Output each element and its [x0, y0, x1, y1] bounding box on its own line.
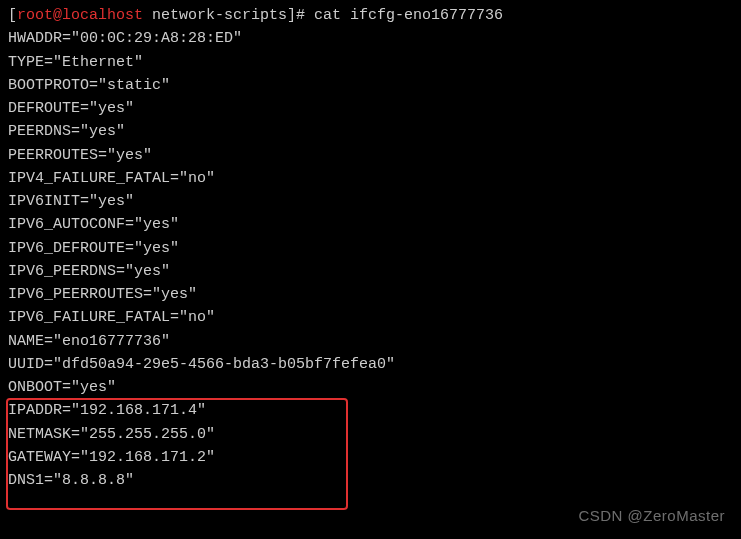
config-line: IPV6_FAILURE_FATAL="no": [8, 306, 733, 329]
config-line: IPV4_FAILURE_FATAL="no": [8, 167, 733, 190]
prompt-user-host: root@localhost: [17, 7, 143, 24]
bracket-open: [: [8, 7, 17, 24]
config-line: IPV6_AUTOCONF="yes": [8, 213, 733, 236]
config-line: PEERDNS="yes": [8, 120, 733, 143]
config-line: BOOTPROTO="static": [8, 74, 733, 97]
config-line: IPV6_DEFROUTE="yes": [8, 237, 733, 260]
config-line: NAME="eno16777736": [8, 330, 733, 353]
config-line: UUID="dfd50a94-29e5-4566-bda3-b05bf7fefe…: [8, 353, 733, 376]
prompt-path: network-scripts: [143, 7, 287, 24]
config-line: IPV6INIT="yes": [8, 190, 733, 213]
config-line: PEERROUTES="yes": [8, 144, 733, 167]
config-line: GATEWAY="192.168.171.2": [8, 446, 733, 469]
config-line: TYPE="Ethernet": [8, 51, 733, 74]
prompt-line: [root@localhost network-scripts]# cat if…: [8, 4, 733, 27]
config-line: ONBOOT="yes": [8, 376, 733, 399]
config-line: NETMASK="255.255.255.0": [8, 423, 733, 446]
config-line: DEFROUTE="yes": [8, 97, 733, 120]
command[interactable]: cat ifcfg-eno16777736: [305, 7, 503, 24]
watermark: CSDN @ZeroMaster: [578, 504, 725, 527]
config-line: IPV6_PEERROUTES="yes": [8, 283, 733, 306]
config-line: HWADDR="00:0C:29:A8:28:ED": [8, 27, 733, 50]
bracket-close: ]#: [287, 7, 305, 24]
config-line: DNS1="8.8.8.8": [8, 469, 733, 492]
config-line: IPADDR="192.168.171.4": [8, 399, 733, 422]
config-line: IPV6_PEERDNS="yes": [8, 260, 733, 283]
